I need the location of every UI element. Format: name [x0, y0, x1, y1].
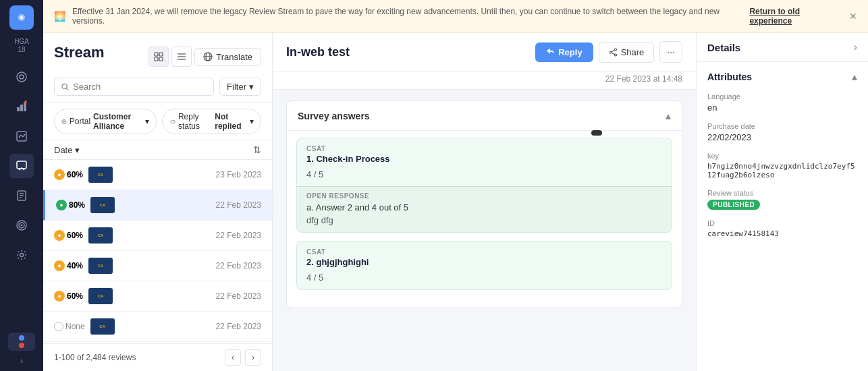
- purchase-date-attr: Purchase date 22/02/2023: [707, 122, 857, 142]
- svg-rect-25: [159, 57, 163, 61]
- pagination-text: 1-100 of 2,484 reviews: [54, 353, 136, 362]
- attributes-collapse-icon[interactable]: ▴: [852, 70, 857, 83]
- review-item-3[interactable]: ● 60% CA 22 Feb 2023: [43, 221, 272, 251]
- language-attr: Language en: [707, 92, 857, 113]
- detail-title: In-web test: [286, 45, 350, 59]
- open-response-label: OPEN RESPONSE: [306, 192, 662, 200]
- app-logo: [9, 5, 34, 30]
- attributes-header: Attributes ▴: [707, 70, 857, 83]
- review-list: ● 60% CA 23 Feb 2023 ● 80% CA 22 Feb 202…: [43, 160, 272, 343]
- banner-close-icon[interactable]: ✕: [849, 11, 857, 22]
- nav-menu: [9, 65, 34, 333]
- filter-chevron-icon: ▾: [249, 82, 254, 92]
- review-date-5: 22 Feb 2023: [216, 291, 261, 301]
- brand-logo-6: CA: [90, 318, 115, 335]
- svg-rect-7: [24, 103, 26, 111]
- csat-score-2: 4 / 5: [297, 273, 672, 289]
- key-label: key: [707, 152, 857, 160]
- id-label: ID: [707, 219, 857, 227]
- nav-icon-settings[interactable]: [9, 243, 34, 267]
- id-value: careview74158143: [707, 229, 857, 238]
- review-item-5[interactable]: ● 60% CA 22 Feb 2023: [43, 281, 272, 312]
- banner-right: Return to old experience ✕: [749, 7, 857, 26]
- reply-button[interactable]: Reply: [535, 42, 593, 62]
- banner-left: 🌅 Effective 31 Jan 2024, we will remove …: [54, 7, 749, 26]
- score-circle-2: ●: [56, 200, 67, 210]
- csat-score-1: 4 / 5: [297, 169, 672, 186]
- banner-cta-link[interactable]: Return to old experience: [749, 7, 844, 26]
- nav-icon-tasks[interactable]: [9, 183, 34, 208]
- language-value: en: [707, 103, 857, 113]
- play-indicator: [19, 335, 24, 341]
- sort-order-icon[interactable]: ⇅: [253, 144, 261, 155]
- review-item-6[interactable]: None CA 22 Feb 2023: [43, 312, 272, 342]
- details-panel-header: Details ›: [697, 33, 868, 62]
- sidebar-expand-btn[interactable]: ›: [20, 356, 23, 366]
- svg-point-3: [17, 72, 26, 82]
- stream-panel: Stream Translate: [43, 33, 273, 371]
- review-item[interactable]: ● 60% CA 23 Feb 2023: [43, 160, 272, 190]
- search-input[interactable]: [73, 82, 207, 92]
- grid-view-btn[interactable]: [148, 47, 169, 67]
- csat-question-2: 2. ghjgjhghighi: [297, 257, 672, 273]
- list-view-btn[interactable]: [171, 47, 192, 67]
- review-status-attr: Review status PUBLISHED: [707, 189, 857, 210]
- more-options-button[interactable]: ···: [659, 41, 682, 63]
- portal-filter-chip[interactable]: Portal Customer Alliance ▾: [54, 109, 157, 134]
- share-button[interactable]: Share: [599, 42, 655, 63]
- survey-collapse-icon[interactable]: ▴: [666, 109, 671, 122]
- review-date-1: 23 Feb 2023: [216, 170, 261, 179]
- open-response-text: a. Answer 2 and 4 out of 5: [306, 202, 662, 212]
- view-toggles: Translate: [148, 47, 261, 67]
- svg-rect-6: [20, 105, 23, 111]
- reply-icon: [546, 48, 555, 57]
- filter-button[interactable]: Filter ▾: [219, 78, 261, 96]
- review-item-4[interactable]: ● 40% CA 22 Feb 2023: [43, 251, 272, 281]
- brand-logo-3: CA: [88, 227, 113, 244]
- sort-date-btn[interactable]: Date ▾: [54, 145, 80, 155]
- svg-rect-5: [17, 107, 20, 111]
- review-item-active[interactable]: ● 80% CA 22 Feb 2023: [43, 190, 272, 221]
- svg-point-2: [20, 16, 23, 19]
- svg-point-35: [614, 49, 616, 51]
- page-buttons: ‹ ›: [225, 349, 261, 366]
- stream-toolbar: Filter ▾: [54, 78, 261, 96]
- review-date-2: 22 Feb 2023: [216, 200, 261, 210]
- brand-logo-4: CA: [88, 258, 113, 274]
- review-status-value: PUBLISHED: [707, 199, 857, 210]
- survey-section: Survey answers ▴ CSAT 1. Check-in Proces…: [273, 90, 696, 371]
- next-page-btn[interactable]: ›: [245, 349, 261, 366]
- nav-icon-goals[interactable]: [9, 213, 34, 237]
- nav-icon-reviews[interactable]: [9, 154, 34, 178]
- reply-status-chip[interactable]: Reply status Not replied ▾: [162, 109, 261, 134]
- purchase-date-value: 22/02/2023: [707, 132, 857, 142]
- svg-point-32: [62, 84, 67, 88]
- details-panel-toggle-icon[interactable]: ›: [854, 41, 857, 53]
- review-status-label: Review status: [707, 189, 857, 197]
- none-badge: None: [54, 322, 85, 331]
- brand-logo-1: CA: [88, 167, 113, 183]
- main-content: 🌅 Effective 31 Jan 2024, we will remove …: [43, 0, 868, 371]
- reply-status-value: Not replied: [215, 112, 247, 131]
- nav-icon-chart[interactable]: [9, 94, 34, 119]
- reply-status-icon: [169, 118, 175, 125]
- nav-icon-home[interactable]: [9, 65, 34, 89]
- details-panel-title: Details: [707, 42, 740, 53]
- prev-page-btn[interactable]: ‹: [225, 349, 241, 366]
- attributes-section: Attributes ▴ Language en Purchase date 2…: [697, 62, 868, 256]
- svg-point-8: [24, 101, 27, 103]
- nav-icon-analytics[interactable]: [9, 124, 34, 148]
- org-number: 18: [14, 46, 29, 54]
- purchase-date-label: Purchase date: [707, 122, 857, 130]
- review-detail: In-web test Reply Share ··· 22 Feb 2023 …: [273, 33, 696, 371]
- svg-line-12: [23, 134, 25, 137]
- open-response-section: OPEN RESPONSE a. Answer 2 and 4 out of 5…: [297, 186, 672, 232]
- svg-rect-24: [155, 57, 158, 61]
- stream-header: Stream Translate: [43, 33, 272, 103]
- none-circle: [54, 322, 63, 331]
- svg-point-36: [614, 54, 616, 56]
- key-value: h7ngiz0nno4jnwzvzgxdnlidclzo7eyf512fuag2…: [707, 162, 857, 179]
- search-box[interactable]: [54, 78, 214, 96]
- translate-btn[interactable]: Translate: [194, 48, 261, 66]
- review-date-4: 22 Feb 2023: [216, 261, 261, 270]
